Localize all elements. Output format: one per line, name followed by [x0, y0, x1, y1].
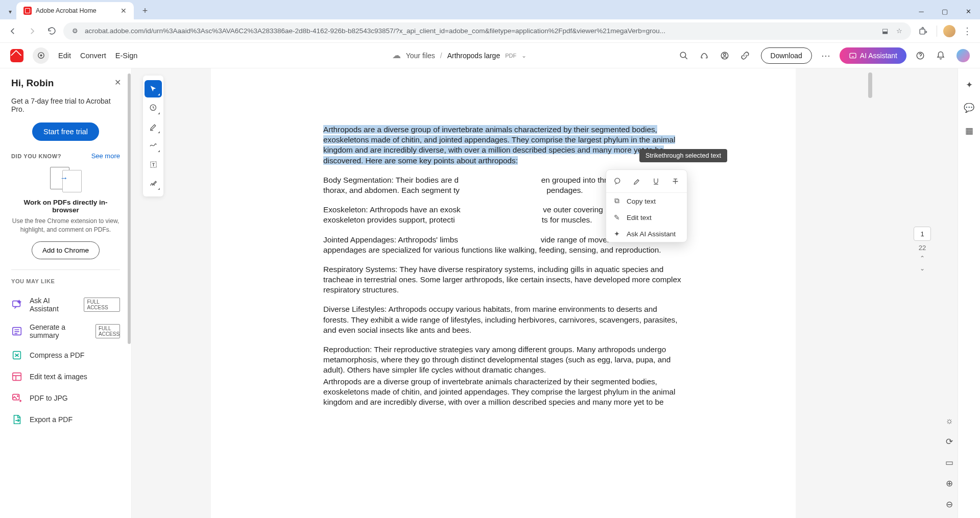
comment-tool[interactable]	[145, 99, 162, 116]
promo-title: Work on PDFs directly in-browser	[11, 199, 120, 214]
select-tool[interactable]	[145, 80, 162, 97]
url-text: acrobat.adobe.com/id/urn%3Aaaid%3Asc%3AV…	[85, 27, 875, 35]
draw-tool[interactable]	[145, 137, 162, 154]
page-scrollbar[interactable]	[868, 68, 873, 518]
current-page-input[interactable]: 1	[914, 227, 931, 241]
menu-convert[interactable]: Convert	[80, 52, 106, 60]
brightness-icon[interactable]: ☼	[945, 416, 953, 426]
selection-context-menu: Strikethrough selected text ⧉Copy text ✎…	[606, 169, 687, 242]
search-icon[interactable]	[679, 51, 690, 60]
edit-pencil-icon: ✎	[612, 213, 622, 221]
sidebar-scrollbar[interactable]	[127, 68, 131, 518]
sidebar: ✕ Hi, Robin Get a 7-day free trial to Ac…	[0, 68, 132, 518]
doc-paragraph[interactable]: Diverse Lifestyles: Arthropods occupy va…	[323, 304, 683, 335]
read-aloud-icon[interactable]	[700, 51, 711, 60]
tool-export-pdf[interactable]: Export a PDF	[11, 409, 120, 430]
thumbnails-panel-icon[interactable]: ▦	[965, 126, 973, 136]
highlight-icon[interactable]	[629, 173, 645, 189]
acrobat-logo-icon[interactable]	[10, 49, 23, 62]
promo-description: Use the free Chrome extension to view, h…	[11, 217, 120, 234]
selected-text: Arthropods are a diverse group of invert…	[323, 125, 675, 165]
app-header: Edit Convert E-Sign ☁ Your files / Arthr…	[0, 43, 980, 68]
format-badge: PDF	[505, 53, 516, 59]
extensions-icon[interactable]	[915, 23, 930, 39]
sidebar-divider	[11, 269, 120, 270]
zoom-out-icon[interactable]: ⊖	[946, 499, 953, 510]
url-bar[interactable]: ⚙ acrobat.adobe.com/id/urn%3Aaaid%3Asc%3…	[63, 22, 911, 40]
ai-assistant-label: AI Assistant	[860, 52, 897, 60]
forward-button[interactable]	[25, 23, 40, 39]
doc-paragraph[interactable]: Arthropods are a diverse group of invert…	[323, 377, 683, 408]
highlight-tool[interactable]	[145, 118, 162, 135]
svg-point-3	[680, 52, 686, 58]
install-app-icon[interactable]: ⬓	[880, 27, 890, 35]
breadcrumb: ☁ Your files / Arthropods large PDF ⌄	[290, 50, 527, 61]
back-button[interactable]	[5, 23, 20, 39]
ai-assistant-button[interactable]: AI Assistant	[840, 47, 906, 64]
menu-esign[interactable]: E-Sign	[115, 52, 138, 60]
pdf-page[interactable]: Arthropods are a diverse group of invert…	[211, 68, 796, 518]
start-free-trial-button[interactable]: Start free trial	[32, 122, 99, 141]
doc-paragraph[interactable]: Arthropods are a diverse group of invert…	[323, 125, 683, 166]
reload-button[interactable]	[44, 23, 59, 39]
sidebar-scrollbar-thumb[interactable]	[128, 73, 131, 344]
help-icon[interactable]	[916, 51, 927, 60]
sidebar-greeting: Hi, Robin	[11, 78, 120, 89]
rotate-icon[interactable]: ⟳	[946, 436, 953, 447]
notifications-icon[interactable]	[936, 51, 947, 60]
window-close-button[interactable]: ✕	[957, 3, 980, 19]
total-pages: 22	[919, 244, 926, 252]
profile-avatar[interactable]	[943, 25, 955, 37]
tab-close-icon[interactable]: ✕	[121, 7, 127, 15]
window-controls: ─ ▢ ✕	[910, 3, 980, 19]
menu-edit[interactable]: Edit	[58, 52, 71, 60]
bookmark-star-icon[interactable]: ☆	[895, 27, 904, 35]
page-up-icon[interactable]: ⌃	[920, 255, 925, 262]
ctx-edit-text[interactable]: ✎Edit text	[606, 209, 687, 226]
see-more-link[interactable]: See more	[91, 152, 120, 160]
share-link-icon[interactable]	[740, 51, 752, 60]
print-icon[interactable]	[720, 51, 731, 60]
new-tab-button[interactable]: +	[139, 5, 151, 17]
underline-icon[interactable]	[648, 173, 664, 189]
tool-edit-text-images[interactable]: Edit text & images	[11, 366, 120, 387]
ctx-ask-ai[interactable]: ✦Ask AI Assistant	[606, 226, 687, 242]
browser-tab[interactable]: Adobe Acrobat Home ✕	[16, 2, 134, 19]
comments-panel-icon[interactable]: 💬	[964, 103, 974, 113]
fit-page-icon[interactable]: ▭	[945, 457, 953, 468]
tab-list-caret[interactable]: ▾	[4, 4, 16, 19]
ai-panel-icon[interactable]: ✦	[966, 80, 973, 90]
strikethrough-icon[interactable]	[667, 173, 683, 189]
sign-tool[interactable]	[145, 175, 162, 192]
download-button[interactable]: Download	[761, 47, 812, 64]
strikethrough-tooltip: Strikethrough selected text	[639, 149, 727, 162]
selection-mode-button[interactable]	[33, 47, 49, 64]
tab-title: Adobe Acrobat Home	[36, 7, 116, 14]
window-minimize-button[interactable]: ─	[910, 3, 933, 19]
window-maximize-button[interactable]: ▢	[933, 3, 957, 19]
add-to-chrome-button[interactable]: Add to Chrome	[32, 241, 100, 259]
tool-ask-ai[interactable]: Ask AI Assistant FULL ACCESS	[11, 291, 120, 318]
tool-label: Ask AI Assistant	[30, 297, 74, 313]
tool-generate-summary[interactable]: Generate a summary FULL ACCESS	[11, 318, 120, 344]
user-avatar[interactable]	[957, 49, 970, 62]
browser-menu-button[interactable]: ⋮	[960, 23, 975, 39]
crumb-caret-icon[interactable]: ⌄	[521, 52, 527, 59]
image-export-icon	[11, 392, 22, 404]
doc-paragraph[interactable]: Reproduction: Their reproductive strateg…	[323, 344, 683, 376]
tool-pdf-to-jpg[interactable]: PDF to JPG	[11, 387, 120, 409]
ctx-copy-text[interactable]: ⧉Copy text	[606, 193, 687, 209]
tool-compress-pdf[interactable]: Compress a PDF	[11, 344, 120, 366]
add-comment-icon[interactable]	[610, 173, 626, 189]
more-actions-button[interactable]: ⋯	[821, 50, 830, 61]
doc-paragraph[interactable]: Respiratory Systems: They have diverse r…	[323, 264, 683, 295]
page-scrollbar-thumb[interactable]	[868, 72, 872, 98]
sidebar-close-icon[interactable]: ✕	[114, 78, 121, 87]
add-text-tool[interactable]	[145, 156, 162, 173]
crumb-document[interactable]: Arthropods large	[447, 52, 500, 60]
toolbar-separator	[937, 26, 937, 37]
crumb-root[interactable]: Your files	[406, 52, 435, 60]
site-settings-icon[interactable]: ⚙	[70, 27, 80, 35]
zoom-in-icon[interactable]: ⊕	[946, 478, 953, 489]
page-down-icon[interactable]: ⌄	[920, 265, 925, 272]
